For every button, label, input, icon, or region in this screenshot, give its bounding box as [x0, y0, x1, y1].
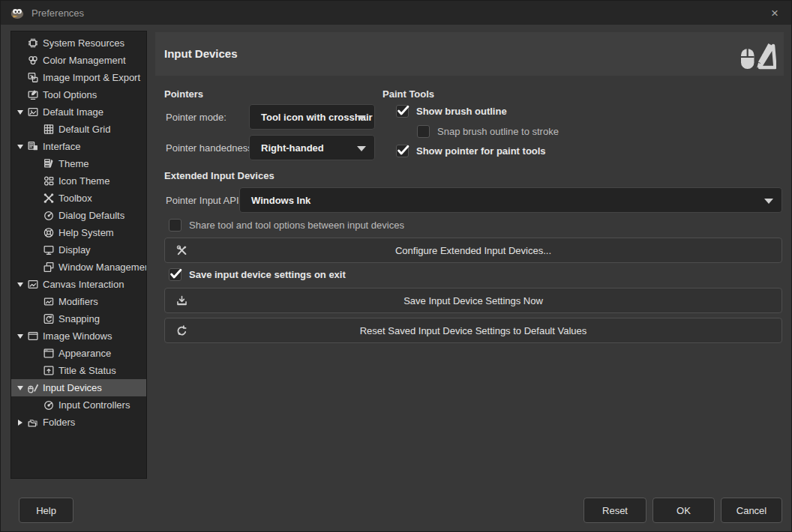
reset-button[interactable]: Reset: [584, 498, 646, 523]
sidebar-item-appearance[interactable]: Appearance: [11, 345, 146, 362]
checkbox[interactable]: [417, 125, 430, 138]
sidebar-item-label: Help System: [58, 227, 114, 238]
pointer-input-api-dropdown[interactable]: Windows Ink: [239, 187, 782, 213]
sidebar-item-interface[interactable]: Interface: [11, 138, 146, 155]
help-button[interactable]: Help: [19, 498, 74, 523]
checkbox-label: Show brush outline: [416, 106, 507, 117]
tool-options-icon: [26, 88, 40, 101]
expander-open-icon[interactable]: [14, 110, 26, 115]
reset-saved-input-device-settings-button[interactable]: Reset Saved Input Device Settings to Def…: [164, 318, 782, 343]
sidebar-item-window-management[interactable]: Window Management: [11, 259, 146, 276]
sidebar-item-tool-options[interactable]: Tool Options: [11, 86, 146, 103]
extended-input-devices-heading: Extended Input Devices: [164, 170, 274, 181]
checkbox[interactable]: [396, 145, 409, 157]
checkbox-label: Snap brush outline to stroke: [437, 126, 559, 137]
sidebar-item-title-status[interactable]: Title & Status: [11, 362, 146, 379]
sidebar-item-default-grid[interactable]: Default Grid: [11, 121, 146, 138]
help-system-icon: [42, 226, 56, 239]
sidebar-item-color-management[interactable]: Color Management: [11, 52, 146, 69]
checkbox[interactable]: [169, 219, 182, 232]
checkbox-label: Show pointer for paint tools: [416, 145, 546, 157]
paint-tools-heading: Paint Tools: [382, 88, 434, 100]
sidebar-item-theme[interactable]: Theme: [11, 155, 146, 172]
sidebar-item-canvas-interaction[interactable]: Canvas Interaction: [11, 276, 146, 293]
window-management-icon: [42, 261, 56, 273]
input-devices-icon: [26, 381, 40, 394]
configure-extended-input-devices-button[interactable]: Configure Extended Input Devices...: [164, 238, 782, 263]
sidebar-item-label: Input Devices: [43, 382, 102, 393]
cancel-button[interactable]: Cancel: [721, 498, 782, 523]
show-pointer-for-paint-tools-checkbox-row: Show pointer for paint tools: [396, 143, 546, 158]
input-devices-icon: [740, 37, 776, 70]
titlebar[interactable]: Preferences ×: [1, 1, 791, 25]
expander-open-icon[interactable]: [14, 334, 26, 339]
theme-icon: [42, 157, 56, 170]
pointer-handedness-label: Pointer handedness:: [166, 142, 255, 154]
sidebar-item-label: Input Controllers: [58, 399, 130, 411]
system-resources-icon: [26, 37, 40, 49]
expander-open-icon[interactable]: [14, 386, 26, 390]
sidebar-item-label: Theme: [58, 158, 88, 169]
sidebar-item-label: Appearance: [58, 348, 111, 359]
sidebar-item-label: Canvas Interaction: [43, 279, 124, 290]
toolbox-icon: [42, 192, 56, 205]
chevron-down-icon: [357, 115, 366, 121]
sidebar-item-label: System Resources: [43, 37, 124, 49]
pointer-mode-label: Pointer mode:: [166, 112, 226, 123]
sidebar-item-snapping[interactable]: Snapping: [11, 310, 146, 327]
sidebar-item-label: Display: [58, 244, 91, 256]
close-icon[interactable]: ×: [766, 5, 783, 22]
sidebar-item-folders[interactable]: Folders: [11, 414, 146, 431]
sidebar-item-dialog-defaults[interactable]: Dialog Defaults: [11, 207, 146, 224]
sidebar-item-label: Snapping: [58, 313, 100, 324]
dialog-defaults-icon: [42, 209, 56, 222]
sidebar-item-label: Folders: [43, 417, 75, 428]
default-grid-icon: [42, 123, 56, 136]
share-tool-options-checkbox-row: Share tool and tool options between inpu…: [169, 217, 404, 232]
sidebar-item-image-windows[interactable]: Image Windows: [11, 327, 146, 345]
input-controllers-icon: [42, 399, 56, 411]
image-import-export-icon: [26, 71, 40, 84]
sidebar-item-label: Modifiers: [58, 296, 98, 307]
checkbox[interactable]: [169, 268, 182, 281]
pointer-mode-dropdown[interactable]: Tool icon with crosshair: [249, 104, 375, 130]
sidebar-item-image-import-export[interactable]: Image Import & Export: [11, 69, 146, 86]
sidebar-item-label: Default Image: [43, 106, 104, 118]
appearance-icon: [42, 347, 56, 360]
expander-open-icon[interactable]: [14, 282, 26, 287]
checkbox[interactable]: [396, 105, 409, 118]
pointer-input-api-label: Pointer Input API:: [166, 195, 242, 206]
expander-open-icon[interactable]: [14, 145, 26, 149]
color-management-icon: [26, 54, 40, 67]
sidebar-item-label: Tool Options: [43, 89, 97, 100]
expander-closed-icon[interactable]: [14, 420, 26, 426]
sidebar-item-icon-theme[interactable]: Icon Theme: [11, 172, 146, 190]
sidebar-item-system-resources[interactable]: System Resources: [11, 34, 146, 52]
sidebar-item-label: Interface: [43, 141, 81, 152]
sidebar-item-default-image[interactable]: Default Image: [11, 103, 146, 121]
preferences-category-tree: System ResourcesColor ManagementImage Im…: [10, 31, 147, 479]
modifiers-icon: [42, 295, 56, 308]
save-on-exit-checkbox-row: Save input device settings on exit: [169, 267, 346, 282]
sidebar-item-help-system[interactable]: Help System: [11, 224, 146, 241]
title-status-icon: [42, 364, 56, 377]
pointer-handedness-dropdown[interactable]: Right-handed: [249, 135, 375, 160]
ok-button[interactable]: OK: [652, 498, 715, 523]
page-header: Input Devices: [155, 32, 784, 76]
sidebar-item-label: Image Import & Export: [43, 72, 140, 83]
sidebar-item-toolbox[interactable]: Toolbox: [11, 190, 146, 207]
chevron-down-icon: [357, 146, 366, 151]
display-icon: [42, 244, 56, 256]
sidebar-item-display[interactable]: Display: [11, 241, 146, 259]
sidebar-item-input-controllers[interactable]: Input Controllers: [11, 396, 146, 414]
sidebar-item-label: Image Windows: [43, 330, 112, 342]
sidebar-item-label: Icon Theme: [58, 175, 110, 187]
sidebar-item-modifiers[interactable]: Modifiers: [11, 293, 146, 310]
sidebar-item-label: Color Management: [43, 55, 126, 66]
folders-icon: [26, 416, 40, 429]
sidebar-item-label: Default Grid: [58, 124, 110, 135]
page-title: Input Devices: [164, 47, 238, 60]
sidebar-item-label: Window Management: [58, 262, 147, 273]
sidebar-item-input-devices[interactable]: Input Devices: [11, 379, 146, 396]
save-input-device-settings-now-button[interactable]: Save Input Device Settings Now: [164, 288, 782, 313]
